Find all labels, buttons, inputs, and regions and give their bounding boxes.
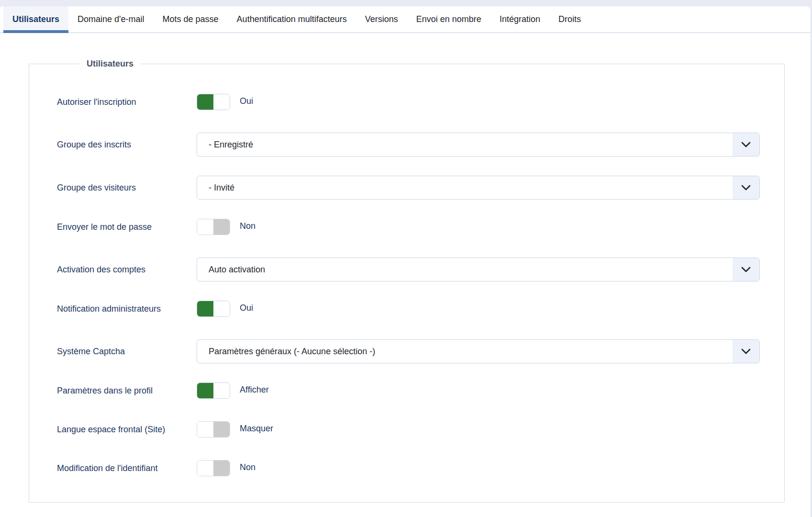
- form-row-notify-admins: Notification administrateurs Oui: [57, 301, 784, 317]
- field-label: Groupe des visiteurs: [57, 183, 197, 193]
- select-value: Paramètres généraux (- Aucune sélection …: [197, 347, 375, 357]
- form-row-profile-params: Paramètres dans le profil Afficher: [57, 382, 784, 399]
- account-activation-select[interactable]: Auto activation: [197, 258, 760, 281]
- field-label: Activation des comptes: [57, 265, 197, 275]
- tab-content: Utilisateurs Autoriser l'inscription Oui…: [0, 33, 811, 503]
- select-value: - Invité: [197, 183, 234, 193]
- form-row-registration-group: Groupe des inscrits - Enregistré: [57, 133, 784, 157]
- toggle-value-label: Masquer: [240, 424, 273, 434]
- field-label: Envoyer le mot de passe: [57, 222, 197, 232]
- tab-bar: Utilisateurs Domaine d'e-mail Mots de pa…: [0, 6, 811, 33]
- form-row-account-activation: Activation des comptes Auto activation: [57, 258, 784, 281]
- select-value: - Enregistré: [197, 140, 253, 150]
- registration-group-select[interactable]: - Enregistré: [197, 133, 760, 157]
- form-row-frontend-language: Langue espace frontal (Site) Masquer: [57, 421, 784, 438]
- profile-params-toggle[interactable]: [197, 382, 230, 399]
- field-label: Notification administrateurs: [57, 304, 197, 314]
- form-row-allow-registration: Autoriser l'inscription Oui: [57, 94, 784, 110]
- tab-domaine-email[interactable]: Domaine d'e-mail: [68, 6, 154, 32]
- toggle-value-label: Afficher: [240, 385, 269, 395]
- tab-integration[interactable]: Intégration: [490, 6, 549, 32]
- tab-authentification-multifacteurs[interactable]: Authentification multifacteurs: [228, 6, 356, 32]
- field-label: Paramètres dans le profil: [57, 386, 197, 396]
- form-row-guest-group: Groupe des visiteurs - Invité: [57, 176, 784, 200]
- tab-droits[interactable]: Droits: [549, 6, 590, 32]
- guest-group-select[interactable]: - Invité: [197, 176, 760, 200]
- tab-envoi-en-nombre[interactable]: Envoi en nombre: [407, 6, 490, 32]
- toggle-value-label: Oui: [240, 96, 253, 106]
- chevron-down-icon: [733, 258, 759, 281]
- send-password-toggle[interactable]: [197, 219, 230, 235]
- captcha-select[interactable]: Paramètres généraux (- Aucune sélection …: [197, 339, 760, 363]
- toggle-value-label: Non: [240, 221, 256, 231]
- tab-utilisateurs[interactable]: Utilisateurs: [3, 6, 68, 32]
- chevron-down-icon: [733, 176, 759, 199]
- field-label: Modification de l'identifiant: [57, 463, 197, 473]
- field-label: Système Captcha: [57, 347, 197, 357]
- field-label: Autoriser l'inscription: [57, 97, 197, 107]
- chevron-down-icon: [733, 340, 759, 363]
- form-row-change-username: Modification de l'identifiant Non: [57, 460, 784, 476]
- toggle-value-label: Non: [240, 462, 256, 472]
- frontend-language-toggle[interactable]: [197, 421, 230, 438]
- content-card: Utilisateurs Domaine d'e-mail Mots de pa…: [0, 6, 811, 517]
- fieldset-legend: Utilisateurs: [80, 59, 140, 69]
- change-username-toggle[interactable]: [197, 460, 230, 476]
- users-fieldset: Utilisateurs Autoriser l'inscription Oui…: [29, 59, 785, 503]
- chevron-down-icon: [733, 133, 759, 156]
- field-label: Groupe des inscrits: [57, 140, 197, 150]
- field-label: Langue espace frontal (Site): [57, 425, 197, 435]
- tab-versions[interactable]: Versions: [356, 6, 407, 32]
- select-value: Auto activation: [197, 265, 265, 275]
- form-row-captcha: Système Captcha Paramètres généraux (- A…: [57, 339, 784, 363]
- notify-admins-toggle[interactable]: [197, 301, 230, 317]
- allow-registration-toggle[interactable]: [197, 94, 230, 110]
- tab-mots-de-passe[interactable]: Mots de passe: [154, 6, 228, 32]
- toggle-value-label: Oui: [240, 303, 253, 313]
- form-row-send-password: Envoyer le mot de passe Non: [57, 219, 784, 235]
